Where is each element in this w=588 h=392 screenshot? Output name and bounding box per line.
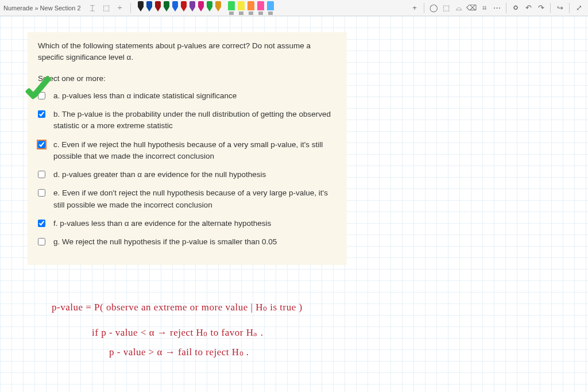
option-text: f. p-values less than α are evidence for… [53, 218, 336, 229]
pen-color-5[interactable] [180, 1, 188, 16]
option-text: b. The p-value is the probability under … [53, 109, 336, 132]
question-prompt: Which of the following statements about … [38, 40, 336, 64]
separator [550, 3, 551, 13]
redo-icon[interactable]: ↷ [535, 2, 547, 14]
option-text: g. We reject the null hypothesis if the … [53, 236, 336, 248]
fullscreen-icon[interactable]: ⤢ [573, 2, 585, 14]
plus-icon[interactable]: + [409, 2, 420, 14]
ruler-icon[interactable]: ⌓ [453, 2, 465, 14]
handwritten-note-2: if p - value < α → reject H₀ to favor Hₐ… [92, 326, 264, 339]
more-icon[interactable]: ⋯ [491, 2, 502, 14]
share-icon[interactable]: ↪ [554, 2, 566, 14]
pen-color-2[interactable] [154, 1, 162, 16]
option-b: b. The p-value is the probability under … [38, 109, 336, 132]
option-f: f. p-values less than α are evidence for… [38, 218, 336, 229]
pen-color-6[interactable] [188, 1, 196, 16]
option-checkbox-b[interactable] [38, 110, 45, 118]
separator [424, 3, 424, 13]
select-icon[interactable]: ⬚ [440, 2, 452, 14]
option-checkbox-f[interactable] [38, 220, 45, 227]
handwritten-note-3: p - value > α → fail to reject H₀ . [109, 346, 249, 359]
option-text: a. p-values less than α indicate statist… [53, 90, 336, 102]
divide-icon[interactable]: ÷ [114, 2, 126, 14]
option-text: c. Even if we reject the hull hypothesis… [53, 139, 336, 163]
highlighter-color-2[interactable] [246, 1, 256, 16]
bell-icon[interactable]: ⭘ [510, 2, 521, 14]
canvas[interactable]: Which of the following statements about … [0, 16, 588, 392]
toolbar-right: + ◯ ⬚ ⌓ ⌫ ⌗ ⋯ ⭘ ↶ ↷ ↪ ⤢ [409, 2, 585, 14]
option-checkbox-e[interactable] [38, 189, 45, 197]
pen-color-1[interactable] [145, 1, 153, 16]
pen-palette [137, 0, 222, 16]
toolbar: Numerade » New Section 2 ⌶ ⬚ ÷ + ◯ ⬚ ⌓ ⌫… [0, 0, 588, 16]
text-cursor-icon[interactable]: ⌶ [87, 2, 98, 14]
option-text: e. Even if we don't reject the null hypo… [53, 187, 336, 211]
option-checkbox-g[interactable] [38, 238, 45, 245]
highlighter-color-0[interactable] [227, 1, 236, 16]
option-g: g. We reject the null hypothesis if the … [38, 236, 336, 248]
highlighter-color-1[interactable] [237, 1, 246, 16]
pen-color-8[interactable] [206, 1, 214, 16]
option-a: a. p-values less than α indicate statist… [38, 90, 336, 102]
option-c: c. Even if we reject the hull hypothesis… [38, 139, 336, 163]
option-checkbox-c[interactable] [38, 141, 45, 148]
highlighter-palette [227, 0, 275, 16]
separator [130, 3, 131, 13]
select-label: Select one or more: [38, 73, 336, 84]
highlighter-color-3[interactable] [256, 1, 265, 16]
pen-color-9[interactable] [214, 1, 222, 16]
option-d: d. p-values greater than α are evidence … [38, 169, 336, 180]
pen-color-0[interactable] [137, 1, 145, 16]
undo-icon[interactable]: ↶ [523, 2, 534, 14]
option-checkbox-d[interactable] [38, 171, 45, 178]
grid-icon[interactable]: ⌗ [478, 2, 490, 14]
option-checkbox-a[interactable] [38, 92, 45, 99]
pen-color-4[interactable] [171, 1, 179, 16]
pen-color-7[interactable] [197, 1, 205, 16]
breadcrumb[interactable]: Numerade » New Section 2 [3, 5, 81, 11]
highlighter-color-4[interactable] [266, 1, 275, 16]
handwritten-note-1: p-value = P( observe an extreme or more … [52, 301, 303, 314]
option-e: e. Even if we don't reject the null hypo… [38, 187, 336, 211]
eraser-icon[interactable]: ⌫ [466, 2, 477, 14]
separator [569, 3, 570, 13]
lasso-icon[interactable]: ◯ [428, 2, 439, 14]
separator [506, 3, 506, 13]
option-text: d. p-values greater than α are evidence … [53, 169, 336, 180]
question-box: Which of the following statements about … [28, 32, 347, 265]
add-shape-icon[interactable]: ⬚ [100, 2, 112, 14]
pen-color-3[interactable] [163, 1, 171, 16]
